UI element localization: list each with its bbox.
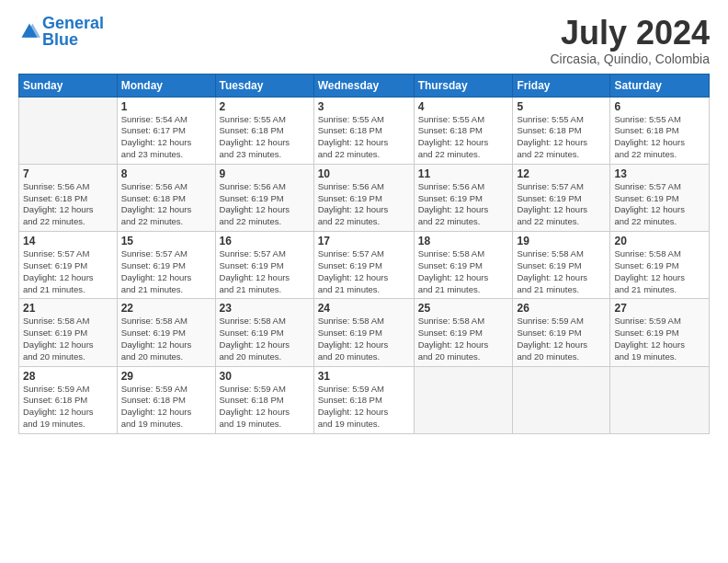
calendar-cell: 8Sunrise: 5:56 AM Sunset: 6:18 PM Daylig… <box>117 164 215 231</box>
weekday-header-wednesday: Wednesday <box>313 74 414 97</box>
day-info: Sunrise: 5:58 AM Sunset: 6:19 PM Dayligh… <box>220 316 310 362</box>
calendar-cell: 23Sunrise: 5:58 AM Sunset: 6:19 PM Dayli… <box>215 299 313 366</box>
day-info: Sunrise: 5:56 AM Sunset: 6:19 PM Dayligh… <box>418 181 509 228</box>
logo-icon <box>18 20 40 42</box>
day-info: Sunrise: 5:55 AM Sunset: 6:18 PM Dayligh… <box>517 114 606 161</box>
day-number: 23 <box>220 302 310 315</box>
calendar-cell: 6Sunrise: 5:55 AM Sunset: 6:18 PM Daylig… <box>610 97 710 164</box>
day-info: Sunrise: 5:57 AM Sunset: 6:19 PM Dayligh… <box>121 248 211 295</box>
day-info: Sunrise: 5:57 AM Sunset: 6:19 PM Dayligh… <box>614 181 705 228</box>
day-number: 12 <box>517 167 606 180</box>
day-info: Sunrise: 5:57 AM Sunset: 6:19 PM Dayligh… <box>220 248 310 295</box>
calendar-cell: 20Sunrise: 5:58 AM Sunset: 6:19 PM Dayli… <box>610 232 710 299</box>
calendar-cell: 11Sunrise: 5:56 AM Sunset: 6:19 PM Dayli… <box>414 164 513 231</box>
calendar-cell <box>414 366 513 433</box>
day-info: Sunrise: 5:59 AM Sunset: 6:19 PM Dayligh… <box>614 316 705 362</box>
calendar-week-4: 28Sunrise: 5:59 AM Sunset: 6:18 PM Dayli… <box>19 366 710 433</box>
day-number: 3 <box>318 100 410 113</box>
day-number: 28 <box>23 370 113 383</box>
day-info: Sunrise: 5:59 AM Sunset: 6:18 PM Dayligh… <box>23 384 113 431</box>
calendar-header: SundayMondayTuesdayWednesdayThursdayFrid… <box>19 74 710 97</box>
calendar-week-0: 1Sunrise: 5:54 AM Sunset: 6:17 PM Daylig… <box>19 97 710 164</box>
calendar-cell: 17Sunrise: 5:57 AM Sunset: 6:19 PM Dayli… <box>313 232 414 299</box>
logo-blue: Blue <box>42 30 78 49</box>
calendar-cell: 2Sunrise: 5:55 AM Sunset: 6:18 PM Daylig… <box>215 97 313 164</box>
calendar-body: 1Sunrise: 5:54 AM Sunset: 6:17 PM Daylig… <box>19 97 710 433</box>
weekday-header-friday: Friday <box>513 74 610 97</box>
day-info: Sunrise: 5:58 AM Sunset: 6:19 PM Dayligh… <box>418 316 509 362</box>
logo-general: General <box>42 14 104 32</box>
day-number: 6 <box>614 100 705 113</box>
header: General Blue July 2024 Circasia, Quindio… <box>18 15 710 66</box>
day-info: Sunrise: 5:58 AM Sunset: 6:19 PM Dayligh… <box>121 316 211 362</box>
calendar-cell: 24Sunrise: 5:58 AM Sunset: 6:19 PM Dayli… <box>313 299 414 366</box>
calendar-cell: 27Sunrise: 5:59 AM Sunset: 6:19 PM Dayli… <box>610 299 710 366</box>
day-info: Sunrise: 5:55 AM Sunset: 6:18 PM Dayligh… <box>418 114 509 161</box>
weekday-header-saturday: Saturday <box>610 74 710 97</box>
calendar-cell: 14Sunrise: 5:57 AM Sunset: 6:19 PM Dayli… <box>19 232 118 299</box>
day-info: Sunrise: 5:58 AM Sunset: 6:19 PM Dayligh… <box>318 316 410 362</box>
day-number: 10 <box>318 167 410 180</box>
calendar-cell: 10Sunrise: 5:56 AM Sunset: 6:19 PM Dayli… <box>313 164 414 231</box>
calendar-cell: 1Sunrise: 5:54 AM Sunset: 6:17 PM Daylig… <box>117 97 215 164</box>
day-info: Sunrise: 5:59 AM Sunset: 6:18 PM Dayligh… <box>121 384 211 431</box>
month-title: July 2024 <box>550 15 710 52</box>
day-number: 1 <box>121 100 211 113</box>
day-number: 11 <box>418 167 509 180</box>
calendar-cell <box>513 366 610 433</box>
day-number: 4 <box>418 100 509 113</box>
calendar-cell: 3Sunrise: 5:55 AM Sunset: 6:18 PM Daylig… <box>313 97 414 164</box>
day-info: Sunrise: 5:56 AM Sunset: 6:18 PM Dayligh… <box>121 181 211 228</box>
calendar-week-2: 14Sunrise: 5:57 AM Sunset: 6:19 PM Dayli… <box>19 232 710 299</box>
calendar-cell: 22Sunrise: 5:58 AM Sunset: 6:19 PM Dayli… <box>117 299 215 366</box>
day-number: 18 <box>418 235 509 247</box>
calendar-week-1: 7Sunrise: 5:56 AM Sunset: 6:18 PM Daylig… <box>19 164 710 231</box>
day-info: Sunrise: 5:57 AM Sunset: 6:19 PM Dayligh… <box>318 248 410 295</box>
calendar-cell: 25Sunrise: 5:58 AM Sunset: 6:19 PM Dayli… <box>414 299 513 366</box>
weekday-header-thursday: Thursday <box>414 74 513 97</box>
day-info: Sunrise: 5:55 AM Sunset: 6:18 PM Dayligh… <box>318 114 410 161</box>
calendar-cell: 4Sunrise: 5:55 AM Sunset: 6:18 PM Daylig… <box>414 97 513 164</box>
day-number: 21 <box>23 302 113 315</box>
day-number: 5 <box>517 100 606 113</box>
day-number: 22 <box>121 302 211 315</box>
calendar-cell: 13Sunrise: 5:57 AM Sunset: 6:19 PM Dayli… <box>610 164 710 231</box>
day-info: Sunrise: 5:59 AM Sunset: 6:18 PM Dayligh… <box>318 384 410 431</box>
weekday-header-sunday: Sunday <box>19 74 118 97</box>
day-number: 27 <box>614 302 705 315</box>
day-number: 20 <box>614 235 705 247</box>
day-number: 14 <box>23 235 113 247</box>
calendar-cell: 15Sunrise: 5:57 AM Sunset: 6:19 PM Dayli… <box>117 232 215 299</box>
day-number: 30 <box>220 370 310 383</box>
day-info: Sunrise: 5:59 AM Sunset: 6:19 PM Dayligh… <box>517 316 606 362</box>
calendar-cell: 5Sunrise: 5:55 AM Sunset: 6:18 PM Daylig… <box>513 97 610 164</box>
day-number: 26 <box>517 302 606 315</box>
day-number: 16 <box>220 235 310 247</box>
day-number: 17 <box>318 235 410 247</box>
day-number: 29 <box>121 370 211 383</box>
day-number: 7 <box>23 167 113 180</box>
day-info: Sunrise: 5:56 AM Sunset: 6:19 PM Dayligh… <box>318 181 410 228</box>
calendar-cell <box>610 366 710 433</box>
calendar-cell: 9Sunrise: 5:56 AM Sunset: 6:19 PM Daylig… <box>215 164 313 231</box>
calendar-cell: 30Sunrise: 5:59 AM Sunset: 6:18 PM Dayli… <box>215 366 313 433</box>
day-info: Sunrise: 5:58 AM Sunset: 6:19 PM Dayligh… <box>614 248 705 295</box>
day-number: 2 <box>220 100 310 113</box>
calendar-cell: 31Sunrise: 5:59 AM Sunset: 6:18 PM Dayli… <box>313 366 414 433</box>
calendar-cell: 26Sunrise: 5:59 AM Sunset: 6:19 PM Dayli… <box>513 299 610 366</box>
day-number: 8 <box>121 167 211 180</box>
day-number: 13 <box>614 167 705 180</box>
day-number: 31 <box>318 370 410 383</box>
day-info: Sunrise: 5:57 AM Sunset: 6:19 PM Dayligh… <box>517 181 606 228</box>
weekday-row: SundayMondayTuesdayWednesdayThursdayFrid… <box>19 74 710 97</box>
weekday-header-monday: Monday <box>117 74 215 97</box>
calendar-cell <box>19 97 118 164</box>
location-subtitle: Circasia, Quindio, Colombia <box>550 52 710 66</box>
day-number: 9 <box>220 167 310 180</box>
calendar-cell: 28Sunrise: 5:59 AM Sunset: 6:18 PM Dayli… <box>19 366 118 433</box>
day-info: Sunrise: 5:58 AM Sunset: 6:19 PM Dayligh… <box>418 248 509 295</box>
day-info: Sunrise: 5:55 AM Sunset: 6:18 PM Dayligh… <box>614 114 705 161</box>
day-info: Sunrise: 5:55 AM Sunset: 6:18 PM Dayligh… <box>220 114 310 161</box>
calendar-table: SundayMondayTuesdayWednesdayThursdayFrid… <box>18 74 710 434</box>
day-number: 19 <box>517 235 606 247</box>
